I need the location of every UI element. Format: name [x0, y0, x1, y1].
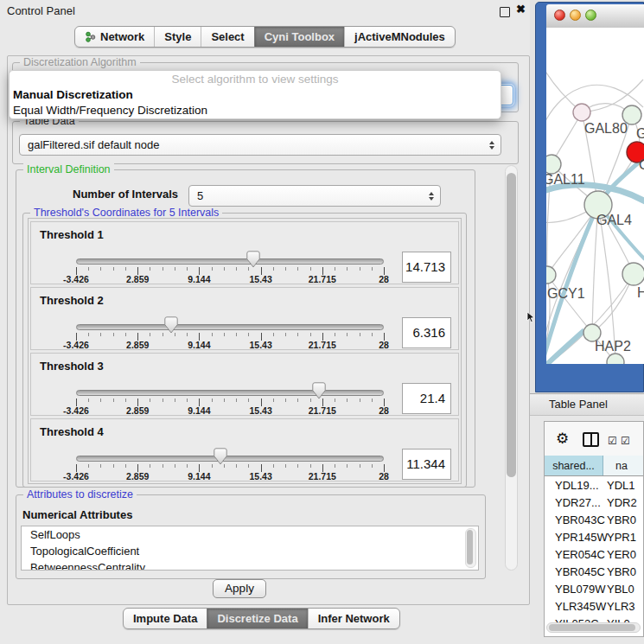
- node-label: C: [639, 157, 644, 172]
- threshold-row: Threshold 2-3.4262.8599.14415.4321.71528…: [30, 287, 459, 350]
- slider-track[interactable]: [76, 258, 384, 265]
- table-horizontal-scrollbar[interactable]: [546, 622, 641, 633]
- slider-thumb[interactable]: [164, 316, 178, 334]
- slider-thumb[interactable]: [214, 448, 227, 465]
- table-panel-title: Table Panel: [549, 398, 608, 411]
- list-scrollbar[interactable]: [465, 528, 476, 568]
- axis-tick-label: 2.859: [126, 471, 149, 481]
- tab-cyni-toolbox[interactable]: Cyni Toolbox: [254, 27, 344, 47]
- checkbox-icon[interactable]: ☑: [608, 435, 618, 447]
- column-header-shared-name[interactable]: shared...: [545, 456, 603, 475]
- group-title: Threshold's Coordinates for 5 Intervals: [30, 207, 222, 219]
- axis-tick-label: 2.859: [126, 340, 149, 350]
- network-node[interactable]: [573, 104, 590, 121]
- numerical-attributes-label: Numerical Attributes: [22, 508, 132, 521]
- group-title: Discretization Algorithm: [20, 56, 140, 68]
- tab-impute-data[interactable]: Impute Data: [124, 609, 207, 628]
- panel-title: Control Panel: [7, 4, 75, 17]
- tab-discretize-data[interactable]: Discretize Data: [207, 609, 307, 628]
- slider-ticks: [76, 333, 385, 341]
- network-icon: [85, 31, 96, 42]
- threshold-value-input[interactable]: 11.344: [402, 449, 451, 480]
- slider-track[interactable]: [76, 324, 384, 330]
- split-columns-icon[interactable]: [583, 432, 599, 447]
- number-of-intervals-combo[interactable]: 5: [188, 185, 441, 207]
- axis-tick-label: 21.715: [309, 405, 336, 416]
- node-label: GAL80: [584, 121, 628, 136]
- axis-tick-label: 21.715: [309, 274, 336, 284]
- stepper-arrows-icon: [429, 192, 434, 201]
- node-label: HAP2: [595, 339, 631, 354]
- axis-tick-label: -3.426: [63, 274, 89, 284]
- threshold-value-input[interactable]: 6.316: [402, 317, 451, 348]
- slider-thumb[interactable]: [312, 382, 326, 399]
- table-row[interactable]: YDR27...YDR2: [545, 494, 644, 511]
- apply-button[interactable]: Apply: [213, 579, 266, 598]
- axis-tick-label: 28: [379, 405, 389, 416]
- tab-jactivemnodules[interactable]: jActiveMNodules: [344, 27, 455, 47]
- tab-style[interactable]: Style: [154, 27, 201, 47]
- slider-track[interactable]: [76, 456, 384, 462]
- network-canvas[interactable]: GAL80GACGAL11GAL4GCY1HHAP2: [546, 28, 644, 364]
- attribute-list-item[interactable]: SelfLoops: [22, 526, 478, 543]
- table-data-combo[interactable]: galFiltered.sif default node: [19, 134, 501, 156]
- axis-tick-label: 9.144: [188, 471, 210, 481]
- mouse-cursor: [526, 311, 535, 323]
- zoom-traffic-light-icon[interactable]: [585, 10, 596, 21]
- table-row[interactable]: YPR145WYPR1: [545, 528, 644, 545]
- node-label: GA: [636, 126, 644, 141]
- gear-icon[interactable]: ⚙: [556, 430, 569, 448]
- panel-scrollbar[interactable]: [505, 165, 518, 571]
- table-row[interactable]: YBL079WYBL0: [545, 580, 644, 597]
- threshold-row: Threshold 4-3.4262.8599.14415.4321.71528…: [30, 418, 459, 481]
- slider-thumb[interactable]: [246, 251, 260, 268]
- tab-select[interactable]: Select: [201, 27, 253, 47]
- axis-tick-label: 15.43: [249, 340, 271, 350]
- tab-network[interactable]: Network: [75, 27, 154, 47]
- network-node[interactable]: [622, 105, 641, 124]
- slider-track[interactable]: [76, 390, 384, 396]
- algorithm-dropdown-popup: Select algorithm to view settings Manual…: [9, 70, 501, 119]
- threshold-value-input[interactable]: 21.4: [402, 383, 451, 414]
- axis-tick-label: 9.144: [188, 340, 210, 350]
- node-label: GAL11: [546, 172, 585, 187]
- table-row[interactable]: YBR045CYBR0: [545, 563, 644, 580]
- cyni-mode-tabs: Impute DataDiscretize DataInfer Network: [123, 608, 400, 629]
- popup-option-manual[interactable]: Manual Discretization: [10, 87, 501, 103]
- table-toolbar: ⚙ ☑ ☑: [545, 422, 643, 456]
- axis-tick-label: 28: [379, 274, 389, 284]
- node-label: H: [637, 285, 644, 300]
- network-node[interactable]: [622, 263, 644, 285]
- checkbox-icon[interactable]: ☑: [621, 435, 631, 447]
- application-window: Control Panel ✖ NetworkStyleSelectCyni T…: [0, 0, 644, 644]
- table-row[interactable]: YDL19...YDL1: [545, 476, 644, 494]
- network-node[interactable]: [546, 266, 556, 284]
- threshold-row: Threshold 3-3.4262.8599.14415.4321.71528…: [30, 353, 459, 416]
- group-title: Interval Definition: [23, 163, 114, 175]
- close-traffic-light-icon[interactable]: [554, 10, 565, 21]
- popup-prompt: Select algorithm to view settings: [10, 71, 501, 87]
- node-label: GCY1: [547, 286, 585, 301]
- table-header-row: shared... na: [545, 456, 644, 476]
- node-label: GAL4: [596, 213, 632, 227]
- table-row[interactable]: YER054CYER0: [545, 545, 644, 563]
- node-table: ⚙ ☑ ☑ shared... na YDL19...YDL1YDR27...Y…: [544, 421, 644, 637]
- table-row[interactable]: YLR345WYLR3: [545, 597, 644, 615]
- number-of-intervals-label: Number of Intervals: [73, 188, 178, 201]
- threshold-value-input[interactable]: 14.713: [402, 252, 451, 283]
- close-icon[interactable]: ✖: [516, 3, 526, 16]
- attribute-list-item[interactable]: TopologicalCoefficient: [22, 543, 478, 559]
- attribute-list-item[interactable]: BetweennessCentrality: [22, 559, 478, 571]
- network-node[interactable]: [546, 155, 561, 174]
- float-window-icon[interactable]: [500, 7, 510, 17]
- threshold-rows-container: Threshold 1-3.4262.8599.14415.4321.71528…: [28, 218, 462, 484]
- axis-tick-label: -3.426: [63, 340, 89, 350]
- table-row[interactable]: YBR043CYBR0: [545, 511, 644, 528]
- threshold-label: Threshold 3: [40, 360, 104, 373]
- popup-option-equal-width[interactable]: Equal Width/Frequency Discretization: [10, 103, 501, 118]
- column-header-name[interactable]: na: [603, 456, 644, 475]
- minimize-traffic-light-icon[interactable]: [570, 10, 581, 21]
- attributes-list[interactable]: SelfLoopsTopologicalCoefficientBetweenne…: [21, 526, 479, 571]
- tab-infer-network[interactable]: Infer Network: [308, 609, 399, 628]
- axis-tick-label: 15.43: [249, 471, 271, 481]
